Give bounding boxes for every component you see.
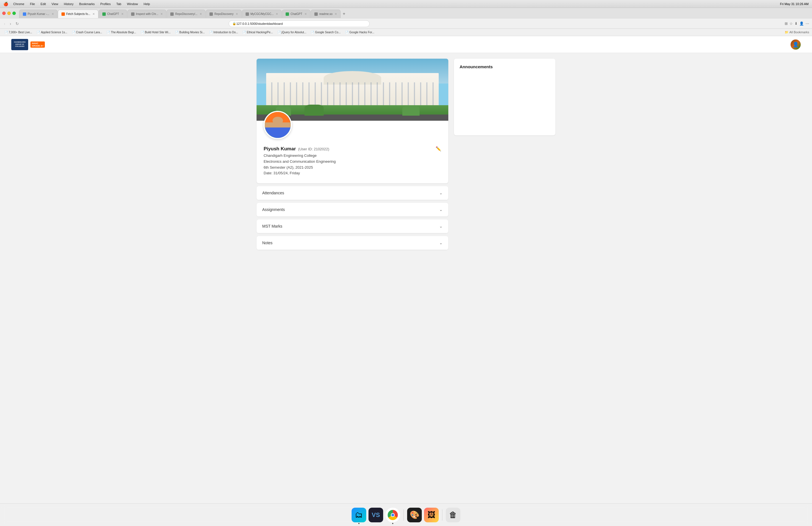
menu-edit[interactable]: Edit — [39, 2, 48, 6]
browser-tab-readme[interactable]: readme.so ✕ — [311, 10, 340, 18]
dock-active-dot — [358, 523, 360, 524]
dock-trash[interactable]: 🗑 — [446, 508, 460, 522]
profile-name: Piyush Kumar — [264, 146, 296, 152]
dock-chrome[interactable] — [386, 508, 400, 522]
browser-tab-mycgc[interactable]: MyCGC/MyCGC... ✕ — [242, 10, 282, 18]
attendances-title: Attendances — [262, 191, 284, 195]
browser-tab-repodiscovery[interactable]: RepoDiscovery/... ✕ — [166, 10, 205, 18]
new-tab-button[interactable]: + — [341, 11, 347, 18]
menu-view[interactable]: View — [50, 2, 60, 6]
browser-tab[interactable]: Piyush Kumar -... ✕ — [19, 10, 58, 18]
forward-button[interactable]: › — [9, 21, 12, 27]
tab-close-readme[interactable]: ✕ — [335, 12, 337, 15]
back-button[interactable]: ‹ — [3, 21, 6, 27]
menu-bookmarks[interactable]: Bookmarks — [77, 2, 97, 6]
browser-tab-chatgpt2[interactable]: ChatGPT ✕ — [282, 10, 310, 18]
browser-tab-chatgpt[interactable]: ChatGPT ✕ — [99, 10, 127, 18]
dock-finder[interactable]: 🗂 — [352, 508, 366, 522]
dock-preview[interactable]: 🖼 — [424, 508, 439, 522]
assignments-header[interactable]: Assignments ⌄ — [257, 203, 448, 217]
profile-user-id: (User ID: 2102022) — [298, 147, 329, 151]
tab-close-repodiscovery2[interactable]: ✕ — [236, 12, 238, 15]
tab-close-chatgpt2[interactable]: ✕ — [304, 12, 307, 15]
tab-favicon-chatgpt2 — [286, 12, 289, 16]
bookmarks-bar: 📄 7,000+ Best Live... 📄 Applied Science … — [0, 29, 812, 36]
notes-chevron: ⌄ — [439, 241, 443, 245]
url-input[interactable]: 🔒 127.0.0.1:5000/studentdashboard — [229, 20, 369, 27]
tab-close-chatgpt[interactable]: ✕ — [121, 12, 124, 15]
profile-card: Piyush Kumar (User ID: 2102022) Chandiga… — [257, 59, 448, 183]
mac-dock: 🗂 VS 🎨 🖼 🗑 — [0, 503, 812, 526]
tab-favicon-inspect — [131, 12, 134, 16]
bookmark-item[interactable]: 📄 Google Hacks For... — [344, 30, 376, 34]
reload-button[interactable]: ↻ — [14, 21, 20, 27]
bookmark-item[interactable]: 📄 Applied Science 1s... — [35, 30, 69, 34]
user-avatar-nav[interactable]: 👤 — [791, 40, 801, 49]
attendances-header[interactable]: Attendances ⌄ — [257, 186, 448, 200]
profile-icon[interactable]: 👤 — [799, 22, 804, 26]
dock-vscode[interactable]: VS — [368, 508, 383, 522]
profile-date: Date: 31/05/24, Friday — [264, 170, 336, 176]
menu-history[interactable]: History — [62, 2, 75, 6]
tab-close-mycgc[interactable]: ✕ — [276, 12, 278, 15]
tab-close-icon[interactable]: ✕ — [52, 12, 54, 15]
profile-college: Chandigarh Engineering College — [264, 153, 336, 159]
mst-marks-chevron: ⌄ — [439, 224, 443, 228]
bookmark-item[interactable]: 📄 7,000+ Best Live... — [3, 30, 34, 34]
menu-file[interactable]: File — [28, 2, 37, 6]
bookmark-item[interactable]: 📄 Google Search Co... — [309, 30, 342, 34]
avatar-wrapper — [257, 106, 448, 145]
profile-name-section: Piyush Kumar (User ID: 2102022) Chandiga… — [264, 146, 336, 176]
mst-marks-section: MST Marks ⌄ — [257, 219, 448, 233]
more-icon[interactable]: ⋯ — [806, 22, 809, 26]
apple-logo[interactable]: 🍎 — [3, 2, 8, 6]
site-logo: CHANDIGARHGROUP OFCOLLEGES NAACGRADE A+ — [11, 39, 45, 50]
tab-favicon-repodiscovery2 — [209, 12, 213, 16]
bookmark-item[interactable]: 📄 Build Hotel Site Wi... — [139, 30, 172, 34]
menu-window[interactable]: Window — [125, 2, 140, 6]
browser-tab-inspect[interactable]: Inspect with Chr... ✕ — [128, 10, 166, 18]
dock-separator-2 — [442, 509, 443, 521]
downloads-icon[interactable]: ⬇ — [795, 22, 798, 26]
minimize-window-button[interactable] — [7, 12, 11, 15]
menu-profiles[interactable]: Profiles — [99, 2, 113, 6]
browser-tab-repodiscovery2[interactable]: RepoDiscovery ✕ — [206, 10, 242, 18]
attendances-section: Attendances ⌄ — [257, 186, 448, 200]
tab-close-inspect[interactable]: ✕ — [160, 12, 163, 15]
building-windows — [266, 82, 439, 107]
bookmark-item[interactable]: 📄 Ethical Hacking/Pe... — [241, 30, 274, 34]
right-column: Announcements — [454, 59, 555, 250]
extensions-icon[interactable]: ⊞ — [785, 22, 788, 26]
page-wrapper: CHANDIGARHGROUP OFCOLLEGES NAACGRADE A+ … — [0, 36, 812, 526]
bookmark-icon[interactable]: ☆ — [789, 22, 793, 26]
address-bar: ‹ › ↻ 🔒 127.0.0.1:5000/studentdashboard … — [0, 19, 812, 29]
bookmark-item[interactable]: 📄 jQuery for Absolut... — [276, 30, 308, 34]
logo-box: CHANDIGARHGROUP OFCOLLEGES — [11, 39, 28, 50]
menu-tab[interactable]: Tab — [115, 2, 123, 6]
bookmark-item[interactable]: 📄 Crash Course Lara... — [70, 30, 104, 34]
maximize-window-button[interactable] — [12, 12, 16, 15]
bookmarks-folder[interactable]: 📁 All Bookmarks — [785, 30, 809, 34]
bookmark-item[interactable]: 📄 Building Movies Si... — [173, 30, 206, 34]
dock-figma[interactable]: 🎨 — [407, 508, 422, 522]
notes-header[interactable]: Notes ⌄ — [257, 236, 448, 250]
close-window-button[interactable] — [2, 12, 6, 15]
announcements-content — [460, 73, 550, 130]
tab-close-repodiscovery[interactable]: ✕ — [200, 12, 202, 15]
main-content: Piyush Kumar (User ID: 2102022) Chandiga… — [251, 53, 561, 256]
bookmark-item[interactable]: 📄 Introduction to Do... — [207, 30, 240, 34]
avatar-head — [273, 117, 283, 125]
site-navigation: CHANDIGARHGROUP OFCOLLEGES NAACGRADE A+ … — [0, 36, 812, 53]
browser-tab-active[interactable]: Fetch Subjects fo... ✕ — [58, 10, 99, 18]
menu-help[interactable]: Help — [142, 2, 152, 6]
mst-marks-header[interactable]: MST Marks ⌄ — [257, 219, 448, 233]
tab-favicon-repodiscovery — [170, 12, 174, 16]
bookmark-item[interactable]: 📄 The Absolute Begi... — [105, 30, 138, 34]
assignments-section: Assignments ⌄ — [257, 203, 448, 217]
notes-section: Notes ⌄ — [257, 236, 448, 250]
tab-close-active-icon[interactable]: ✕ — [92, 12, 95, 15]
menu-chrome[interactable]: Chrome — [12, 2, 26, 6]
announcements-card: Announcements — [454, 59, 555, 136]
notes-title: Notes — [262, 241, 273, 245]
edit-profile-icon[interactable]: ✏️ — [436, 146, 441, 152]
